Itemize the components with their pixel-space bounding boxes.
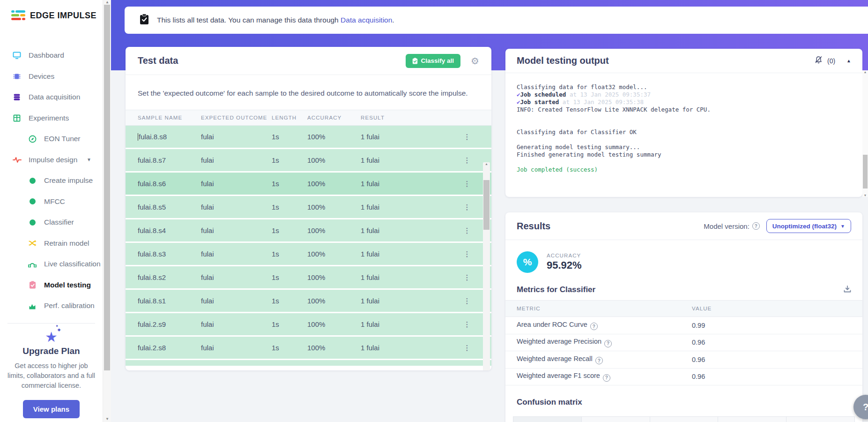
expected-outcome-cell: fulai <box>201 320 272 328</box>
page-scrollbar[interactable]: ▲ ▼ <box>103 0 111 422</box>
green-dot-icon <box>27 178 37 184</box>
sidebar-item-data-acquisition[interactable]: Data acquisition <box>0 87 103 108</box>
sidebar-item-experiments[interactable]: Experiments <box>0 108 103 129</box>
table-row[interactable]: fulai.8.s6 fulai 1s 100% 1 fulai ⋮ <box>126 173 491 196</box>
table-scrollbar[interactable]: ▲ ▼ <box>483 162 490 370</box>
expected-outcome-cell: fulai <box>201 180 272 188</box>
sidebar-item-eon-tuner[interactable]: EON Tuner <box>0 128 103 150</box>
length-cell: 1s <box>272 344 307 352</box>
confusion-matrix-header-cell <box>718 417 786 422</box>
chip-icon <box>12 73 22 80</box>
console-scrollbar-thumb[interactable] <box>863 155 868 188</box>
row-menu-icon[interactable]: ⋮ <box>454 203 480 211</box>
row-menu-icon[interactable]: ⋮ <box>454 156 480 165</box>
accuracy-label: ACCURACY <box>547 253 582 258</box>
sidebar-item-create-impulse[interactable]: Create impulse <box>0 170 103 191</box>
sidebar-item-label: EON Tuner <box>44 135 81 143</box>
column-header: METRIC <box>517 306 692 311</box>
sidebar-item-retrain-model[interactable]: Retrain model <box>0 233 103 254</box>
confusion-matrix-table <box>513 416 855 422</box>
console-scrollbar[interactable]: ▲ ▼ <box>862 70 868 197</box>
column-header: ACCURACY <box>307 115 361 121</box>
sidebar-item-devices[interactable]: Devices <box>0 66 103 87</box>
clipboard-check-icon <box>27 281 37 289</box>
sidebar-item-mfcc[interactable]: MFCC <box>0 191 103 212</box>
row-menu-icon[interactable]: ⋮ <box>454 133 480 141</box>
chevron-down-icon[interactable]: ▼ <box>87 157 91 162</box>
column-header: VALUE <box>692 306 851 311</box>
collapse-icon[interactable]: ▲ <box>846 58 851 63</box>
table-row[interactable]: fulai.2.s9 fulai 1s 100% 1 fulai ⋮ <box>126 313 491 337</box>
expected-outcome-cell: fulai <box>201 156 272 164</box>
model-version-dropdown[interactable]: Unoptimized (float32) ▼ <box>766 219 851 233</box>
classify-all-button[interactable]: Classify all <box>406 54 461 68</box>
sidebar-item-live-classification[interactable]: Live classification <box>0 254 103 275</box>
view-plans-button[interactable]: View plans <box>23 400 80 418</box>
sample-name-cell: fulai.8.s2 <box>138 273 201 281</box>
results-title: Results <box>517 221 550 232</box>
scroll-down-icon[interactable]: ▼ <box>862 194 868 197</box>
row-menu-icon[interactable]: ⋮ <box>454 344 480 352</box>
edge-impulse-logo[interactable]: EDGE IMPULSE <box>0 0 103 22</box>
bezier-icon <box>27 261 37 268</box>
table-scrollbar-thumb[interactable] <box>483 180 490 230</box>
help-icon[interactable]: ? <box>590 323 598 330</box>
result-cell: 1 fulai <box>361 226 454 234</box>
notification-bar: This lists all test data. You can manage… <box>125 7 868 34</box>
download-icon[interactable] <box>844 286 851 294</box>
row-menu-icon[interactable]: ⋮ <box>454 180 480 188</box>
accuracy-cell: 100% <box>307 273 361 281</box>
metrics-rows: Area under ROC Curve? 0.99 Weighted aver… <box>505 317 862 385</box>
page-scrollbar-thumb[interactable] <box>104 5 110 370</box>
accuracy-cell: 100% <box>307 344 361 352</box>
gear-icon[interactable]: ⚙ <box>471 56 479 66</box>
expected-outcome-cell: fulai <box>201 250 272 258</box>
sample-name-cell: fulai.8.s8 <box>138 133 201 141</box>
table-row[interactable]: fulai.2.s8 fulai 1s 100% 1 fulai ⋮ <box>126 337 491 360</box>
help-icon[interactable]: ? <box>595 357 603 364</box>
sidebar-item-dashboard[interactable]: Dashboard <box>0 45 103 66</box>
table-row[interactable]: fulai.8.s5 fulai 1s 100% 1 fulai ⋮ <box>126 196 491 219</box>
row-menu-icon[interactable]: ⋮ <box>454 297 480 305</box>
notification-text: This lists all test data. You can manage… <box>157 16 394 24</box>
row-menu-icon[interactable]: ⋮ <box>454 273 480 282</box>
accuracy-value: 95.92% <box>547 259 582 271</box>
sidebar: EDGE IMPULSE Dashboard Devices Data acqu… <box>0 0 103 422</box>
confusion-matrix-header-cell <box>582 417 650 422</box>
expected-outcome-cell: fulai <box>201 297 272 305</box>
table-row[interactable]: fulai.8.s8 fulai 1s 100% 1 fulai ⋮ <box>126 126 491 149</box>
help-icon[interactable]: ? <box>604 340 612 347</box>
sample-name-cell: fulai.8.s4 <box>138 226 201 234</box>
scroll-up-icon[interactable]: ▲ <box>862 70 868 74</box>
sidebar-item-perf-calibration[interactable]: Perf. calibration <box>0 295 103 316</box>
result-cell: 1 fulai <box>361 250 454 258</box>
table-row[interactable]: fulai.8.s4 fulai 1s 100% 1 fulai ⋮ <box>126 219 491 243</box>
sidebar-item-classifier[interactable]: Classifier <box>0 212 103 233</box>
table-row[interactable]: fulai.8.s1 fulai 1s 100% 1 fulai ⋮ <box>126 290 491 313</box>
sidebar-item-impulse-design[interactable]: Impulse design ▼ <box>0 150 103 171</box>
length-cell: 1s <box>272 156 307 164</box>
data-acquisition-link[interactable]: Data acquisition <box>341 16 392 24</box>
help-icon[interactable]: ? <box>603 374 610 382</box>
row-menu-icon[interactable]: ⋮ <box>454 226 480 235</box>
sidebar-item-model-testing[interactable]: Model testing <box>0 275 103 296</box>
scroll-up-icon[interactable]: ▲ <box>103 0 111 4</box>
sidebar-item-label: Data acquisition <box>29 93 80 101</box>
table-row[interactable]: fulai.8.s3 fulai 1s 100% 1 fulai ⋮ <box>126 243 491 266</box>
scroll-up-icon[interactable]: ▲ <box>483 162 490 166</box>
notifications-count: (0) <box>827 57 835 65</box>
row-menu-icon[interactable]: ⋮ <box>454 320 480 329</box>
help-icon[interactable]: ? <box>752 222 760 230</box>
test-data-description: Set the 'expected outcome' for each samp… <box>126 89 491 98</box>
table-row[interactable]: fulai.8.s2 fulai 1s 100% 1 fulai ⋮ <box>126 266 491 290</box>
result-cell: 1 fulai <box>361 133 454 141</box>
table-row[interactable]: fulai.8.s7 fulai 1s 100% 1 fulai ⋮ <box>126 149 491 173</box>
bell-slash-icon[interactable] <box>815 56 823 66</box>
metric-row: Weighted average F1 score? 0.96 <box>505 369 862 386</box>
results-panel: Results Model version: ? Unoptimized (fl… <box>505 212 862 422</box>
row-menu-icon[interactable]: ⋮ <box>454 250 480 258</box>
scroll-down-icon[interactable]: ▼ <box>103 417 111 421</box>
result-cell: 1 fulai <box>361 297 454 305</box>
length-cell: 1s <box>272 297 307 305</box>
sample-name-cell: fulai.8.s5 <box>138 203 201 211</box>
